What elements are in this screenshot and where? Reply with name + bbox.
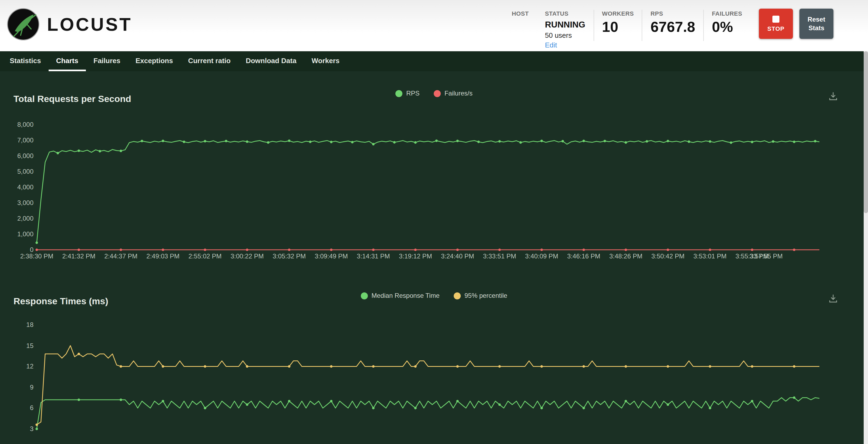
data-point-dot	[330, 400, 333, 402]
data-point-dot	[330, 248, 333, 251]
stop-icon	[772, 15, 779, 23]
download-chart-icon[interactable]	[829, 92, 838, 101]
data-point-dot	[625, 141, 627, 144]
y-axis-label: 5,000	[0, 168, 33, 175]
data-point-dot	[57, 152, 59, 154]
tab-download-data[interactable]: Download Data	[238, 51, 304, 71]
data-point-dot	[498, 140, 501, 142]
status-user-count: 50 users	[545, 31, 585, 39]
stop-button[interactable]: STOP	[759, 9, 793, 39]
data-point-dot	[372, 407, 375, 409]
data-point-dot	[709, 407, 711, 409]
series-line	[37, 398, 819, 429]
data-point-dot	[709, 140, 711, 143]
tab-failures[interactable]: Failures	[86, 51, 128, 71]
failures-percent: 0%	[712, 20, 742, 35]
locust-logo-icon	[6, 7, 40, 41]
data-point-dot	[246, 140, 248, 143]
data-point-dot	[751, 365, 753, 368]
response-times-chart-plot	[37, 321, 819, 444]
data-point-dot	[456, 248, 459, 251]
workers-label: WORKERS	[602, 10, 634, 17]
tab-workers[interactable]: Workers	[304, 51, 347, 71]
data-point-dot	[540, 365, 543, 368]
data-point-dot	[372, 365, 375, 368]
data-point-dot	[162, 140, 164, 142]
data-point-dot	[78, 149, 80, 152]
data-point-dot	[814, 140, 816, 142]
stat-failures: FAILURES 0%	[704, 9, 750, 35]
logo-text: LOCUST	[47, 14, 132, 35]
data-point-dot	[583, 407, 585, 409]
host-label: HOST	[512, 10, 529, 17]
data-point-dot	[78, 248, 80, 251]
y-axis-label: 8,000	[0, 121, 33, 128]
data-point-dot	[730, 141, 732, 144]
data-point-dot	[309, 140, 311, 143]
legend-item-rps[interactable]: RPS	[395, 90, 420, 97]
y-axis-label: 4,000	[0, 183, 33, 191]
stat-host: HOST	[504, 9, 537, 20]
data-point-dot	[183, 140, 185, 143]
data-point-dot	[625, 248, 627, 251]
data-point-dot	[540, 248, 543, 251]
tab-charts[interactable]: Charts	[49, 51, 86, 71]
legend-item-percentile[interactable]: 95% percentile	[454, 292, 507, 299]
median-legend-dot-icon	[361, 292, 368, 299]
stat-rps: RPS 6767.8	[643, 9, 703, 35]
data-point-dot	[120, 365, 122, 368]
header: LOCUST HOST STATUS RUNNING 50 users Edit…	[0, 0, 868, 51]
data-point-dot	[772, 140, 774, 143]
data-point-dot	[246, 248, 248, 251]
data-point-dot	[540, 407, 543, 409]
data-point-dot	[666, 365, 669, 368]
edit-link[interactable]: Edit	[545, 41, 585, 49]
legend-item-median[interactable]: Median Response Time	[361, 292, 440, 299]
x-axis-label: 3:57:55 PM	[731, 252, 801, 260]
data-point-dot	[793, 248, 795, 251]
legend-item-failures[interactable]: Failures/s	[434, 90, 473, 97]
data-point-dot	[372, 248, 375, 251]
data-point-dot	[246, 365, 248, 368]
download-chart-icon[interactable]	[829, 294, 838, 303]
data-point-dot	[666, 403, 669, 406]
status-value: RUNNING	[545, 20, 585, 29]
data-point-dot	[288, 248, 290, 251]
y-axis-label: 6	[0, 404, 33, 412]
series-line	[37, 346, 819, 424]
reset-stats-button[interactable]: Reset Stats	[799, 9, 833, 39]
data-point-dot	[246, 403, 248, 406]
rps-legend-label: RPS	[406, 90, 420, 97]
data-point-dot	[141, 140, 143, 142]
logo: LOCUST	[6, 7, 132, 41]
data-point-dot	[688, 140, 690, 143]
rps-chart-title: Total Requests per Second	[13, 94, 131, 105]
tab-current-ratio[interactable]: Current ratio	[180, 51, 238, 71]
data-point-dot	[435, 139, 438, 142]
data-point-dot	[666, 248, 669, 251]
scrollbar-track	[864, 51, 868, 444]
data-point-dot	[583, 248, 585, 251]
data-point-dot	[35, 241, 38, 244]
data-point-dot	[751, 141, 753, 143]
scrollbar-thumb[interactable]	[864, 51, 868, 213]
data-point-dot	[99, 150, 101, 152]
tab-statistics[interactable]: Statistics	[2, 51, 49, 71]
failures-legend-dot-icon	[434, 90, 441, 97]
data-point-dot	[330, 141, 333, 143]
data-point-dot	[204, 248, 206, 251]
stat-status: STATUS RUNNING 50 users Edit	[537, 9, 593, 49]
data-point-dot	[288, 400, 290, 402]
stop-button-label: STOP	[767, 25, 784, 32]
tab-exceptions[interactable]: Exceptions	[128, 51, 181, 71]
y-axis-label: 1,000	[0, 230, 33, 238]
y-axis-label: 6,000	[0, 152, 33, 160]
data-point-dot	[414, 407, 417, 409]
data-point-dot	[78, 352, 80, 355]
data-point-dot	[288, 139, 290, 142]
status-label: STATUS	[545, 10, 585, 17]
y-axis-label: 9	[0, 384, 33, 391]
data-point-dot	[414, 141, 417, 144]
response-times-chart-legend: Median Response Time 95% percentile	[0, 292, 868, 299]
data-point-dot	[162, 400, 164, 402]
